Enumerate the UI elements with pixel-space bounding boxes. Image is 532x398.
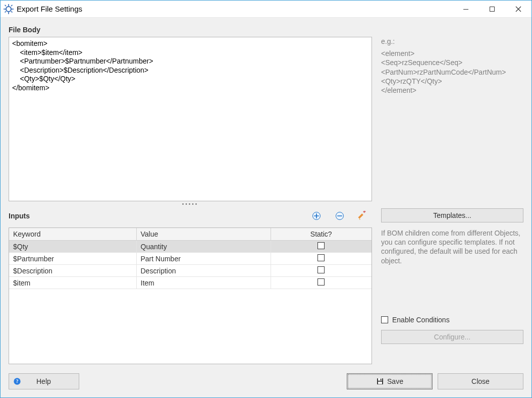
close-button[interactable] bbox=[505, 1, 531, 17]
table-row[interactable]: $itemItem bbox=[9, 277, 371, 289]
file-body-textarea[interactable] bbox=[9, 37, 372, 201]
cell-static[interactable] bbox=[271, 241, 371, 253]
checkbox-icon[interactable] bbox=[317, 278, 325, 286]
svg-rect-7 bbox=[11, 5, 13, 7]
help-icon: ? bbox=[13, 377, 21, 385]
checkbox-icon bbox=[381, 316, 388, 323]
svg-rect-9 bbox=[463, 9, 468, 10]
col-static[interactable]: Static? bbox=[271, 228, 371, 241]
cell-value[interactable]: Description bbox=[136, 265, 271, 277]
svg-rect-17 bbox=[358, 213, 363, 218]
cell-keyword[interactable]: $Description bbox=[9, 265, 136, 277]
table-row[interactable]: $PartnumberPart Number bbox=[9, 253, 371, 265]
app-icon bbox=[4, 4, 14, 14]
cell-value[interactable]: Item bbox=[136, 277, 271, 289]
window-title: Export File Settings bbox=[17, 5, 82, 13]
svg-rect-24 bbox=[378, 382, 382, 384]
cell-static[interactable] bbox=[271, 253, 371, 265]
save-button[interactable]: Save bbox=[347, 373, 433, 389]
inputs-table[interactable]: Keyword Value Static? $QtyQuantity$Partn… bbox=[9, 228, 372, 364]
cell-value[interactable]: Part Number bbox=[136, 253, 271, 265]
cell-keyword[interactable]: $Qty bbox=[9, 241, 136, 253]
cell-keyword[interactable]: $item bbox=[9, 277, 136, 289]
client-area: File Body e.g.: <element> <Seq>rzSequenc… bbox=[1, 18, 531, 397]
svg-text:?: ? bbox=[16, 379, 19, 384]
table-row[interactable]: $DescriptionDescription bbox=[9, 265, 371, 277]
templates-button[interactable]: Templates... bbox=[381, 208, 523, 222]
table-row[interactable]: $QtyQuantity bbox=[9, 241, 371, 253]
svg-rect-3 bbox=[4, 9, 6, 10]
col-value[interactable]: Value bbox=[136, 228, 271, 241]
checkbox-icon[interactable] bbox=[317, 242, 325, 249]
example-label: e.g.: bbox=[381, 37, 523, 46]
cell-static[interactable] bbox=[271, 277, 371, 289]
minimize-button[interactable] bbox=[453, 1, 479, 17]
svg-rect-6 bbox=[11, 11, 13, 13]
help-button[interactable]: ? Help bbox=[9, 373, 79, 389]
close-button-footer[interactable]: Close bbox=[438, 373, 523, 389]
checkbox-icon[interactable] bbox=[317, 254, 325, 261]
titlebar: Export File Settings bbox=[1, 1, 531, 18]
cell-keyword[interactable]: $Partnumber bbox=[9, 253, 136, 265]
svg-rect-2 bbox=[8, 12, 9, 14]
window-controls bbox=[453, 1, 531, 17]
splitter-handle[interactable]: ••••• bbox=[9, 201, 372, 208]
svg-rect-8 bbox=[5, 11, 7, 13]
svg-rect-10 bbox=[490, 7, 495, 11]
svg-rect-13 bbox=[314, 215, 319, 216]
svg-rect-15 bbox=[337, 215, 342, 216]
svg-point-0 bbox=[6, 7, 11, 12]
svg-rect-1 bbox=[8, 4, 9, 6]
cell-static[interactable] bbox=[271, 265, 371, 277]
configure-button[interactable]: Configure... bbox=[381, 330, 523, 344]
remove-input-button[interactable] bbox=[331, 209, 349, 223]
svg-rect-5 bbox=[5, 5, 7, 7]
inputs-label: Inputs bbox=[9, 212, 30, 220]
svg-rect-23 bbox=[381, 379, 382, 380]
svg-rect-18 bbox=[363, 211, 366, 213]
svg-rect-22 bbox=[378, 378, 382, 381]
enable-conditions-checkbox[interactable]: Enable Conditions bbox=[381, 316, 523, 324]
cell-value[interactable]: Quantity bbox=[136, 241, 271, 253]
svg-rect-4 bbox=[12, 9, 14, 10]
example-body: <element> <Seq>rzSequence</Seq> <PartNum… bbox=[381, 49, 523, 95]
add-input-button[interactable] bbox=[307, 209, 326, 223]
edit-input-button[interactable] bbox=[354, 209, 372, 223]
checkbox-icon[interactable] bbox=[317, 266, 325, 273]
file-body-label: File Body bbox=[9, 26, 372, 34]
templates-help-text: If BOM children come from different Obje… bbox=[381, 229, 523, 265]
enable-conditions-label: Enable Conditions bbox=[392, 316, 450, 324]
save-icon bbox=[376, 377, 384, 385]
col-keyword[interactable]: Keyword bbox=[9, 228, 136, 241]
maximize-button[interactable] bbox=[479, 1, 505, 17]
